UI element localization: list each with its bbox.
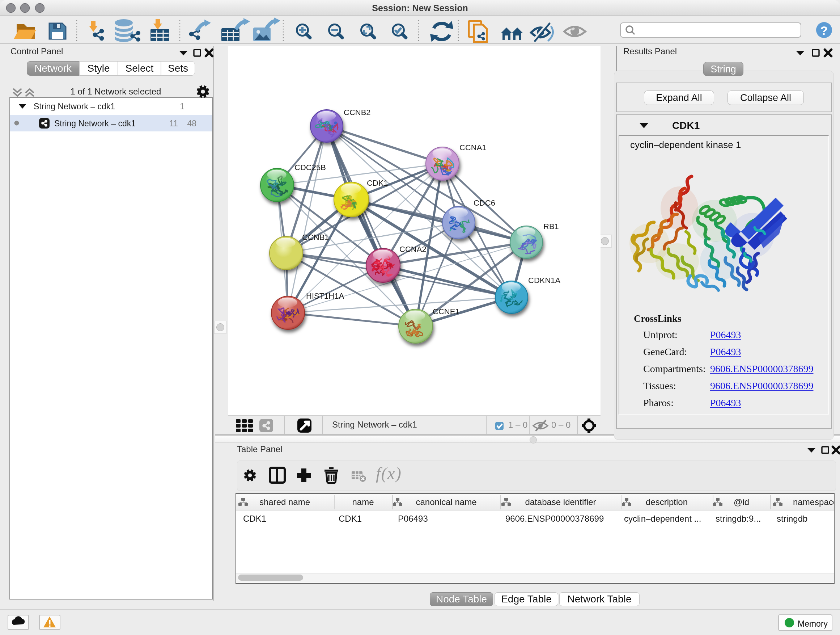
svg-text:HIST1H1A: HIST1H1A [306, 291, 344, 301]
svg-text:0 – 0: 0 – 0 [551, 420, 570, 430]
svg-text:CCNB2: CCNB2 [344, 108, 371, 117]
svg-text:RB1: RB1 [543, 222, 559, 231]
svg-text:CCNA1: CCNA1 [459, 143, 486, 152]
svg-text:CCNE1: CCNE1 [433, 307, 460, 316]
svg-text:?: ? [821, 24, 828, 37]
svg-text:CDC25B: CDC25B [294, 163, 326, 172]
svg-text:String Network – cdk1: String Network – cdk1 [332, 420, 417, 429]
svg-text:CCNA2: CCNA2 [399, 245, 426, 254]
svg-text:1 – 0: 1 – 0 [508, 420, 527, 430]
svg-text:CCNB1: CCNB1 [302, 233, 329, 242]
svg-text:CDK1: CDK1 [367, 179, 388, 187]
svg-text:CDC6: CDC6 [474, 198, 495, 207]
svg-text:CDKN1A: CDKN1A [528, 276, 561, 285]
